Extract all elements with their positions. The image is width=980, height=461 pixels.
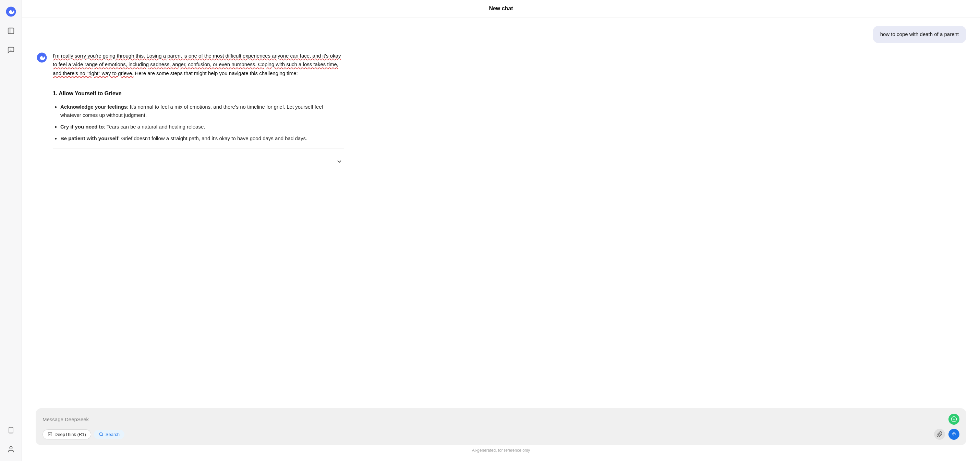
svg-point-1 xyxy=(12,11,13,12)
section1-title-text: 1. Allow Yourself to Grieve xyxy=(53,91,122,96)
chat-header: New chat xyxy=(22,0,980,17)
deepthink-label: DeepThink (R1) xyxy=(54,432,86,437)
input-area: DeepThink (R1) Search xyxy=(22,403,980,461)
svg-point-10 xyxy=(43,57,44,58)
user-message-text: how to cope with death of a parent xyxy=(880,31,959,37)
send-button[interactable] xyxy=(948,429,959,440)
bullet-text-3: : Grief doesn't follow a straight path, … xyxy=(118,135,307,141)
footer-text: AI-generated, for reference only xyxy=(36,448,966,453)
bullet-label-3: Be patient with yourself xyxy=(60,135,118,141)
sidebar xyxy=(0,0,22,461)
input-actions-row: DeepThink (R1) Search xyxy=(43,429,959,440)
chevron-down-icon[interactable] xyxy=(334,157,344,166)
bullet-text-2: : Tears can be a natural and healing rel… xyxy=(104,124,205,130)
mobile-icon[interactable] xyxy=(5,424,17,436)
assistant-content: I'm really sorry you're going through th… xyxy=(53,51,344,169)
user-profile-icon[interactable] xyxy=(5,443,17,456)
user-bubble: how to cope with death of a parent xyxy=(873,26,966,43)
grounding-button[interactable] xyxy=(948,414,959,424)
bullet-list: Acknowledge your feelings: It's normal t… xyxy=(53,103,344,143)
scroll-indicator xyxy=(53,154,344,169)
svg-rect-6 xyxy=(9,428,13,433)
svg-line-14 xyxy=(102,435,103,436)
svg-point-8 xyxy=(10,447,12,449)
main-panel: New chat how to cope with death of a par… xyxy=(22,0,980,461)
user-message-container: how to cope with death of a parent xyxy=(36,26,966,43)
list-item: Be patient with yourself: Grief doesn't … xyxy=(60,134,344,143)
svg-rect-2 xyxy=(8,28,14,34)
section1-title: 1. Allow Yourself to Grieve xyxy=(53,89,344,98)
svg-point-13 xyxy=(99,432,102,436)
chat-title: New chat xyxy=(489,5,513,11)
section-divider xyxy=(53,83,344,83)
input-left-buttons: DeepThink (R1) Search xyxy=(43,429,124,439)
list-item: Cry if you need to: Tears can be a natur… xyxy=(60,123,344,131)
new-chat-icon[interactable] xyxy=(5,44,17,56)
input-box: DeepThink (R1) Search xyxy=(36,408,966,445)
search-button[interactable]: Search xyxy=(94,430,124,439)
attach-button[interactable] xyxy=(934,429,945,440)
assistant-message: I'm really sorry you're going through th… xyxy=(36,51,344,169)
intro-continuation: Here are some steps that might help you … xyxy=(135,70,298,76)
search-label: Search xyxy=(106,432,119,437)
logo-icon[interactable] xyxy=(5,5,17,18)
bottom-divider xyxy=(53,148,344,148)
bullet-label-1: Acknowledge your feelings xyxy=(60,104,127,110)
bullet-label-2: Cry if you need to xyxy=(60,124,104,130)
input-right-buttons xyxy=(934,429,959,440)
input-row xyxy=(43,414,959,424)
assistant-avatar xyxy=(36,51,48,64)
list-item: Acknowledge your feelings: It's normal t… xyxy=(60,103,344,119)
chat-area: how to cope with death of a parent I'm r… xyxy=(22,17,980,403)
intro-text: I'm really sorry you're going through th… xyxy=(53,51,344,78)
panel-toggle-icon[interactable] xyxy=(5,25,17,37)
deepthink-button[interactable]: DeepThink (R1) xyxy=(43,429,91,439)
footer-label: AI-generated, for reference only xyxy=(472,448,530,453)
message-input[interactable] xyxy=(43,416,948,422)
